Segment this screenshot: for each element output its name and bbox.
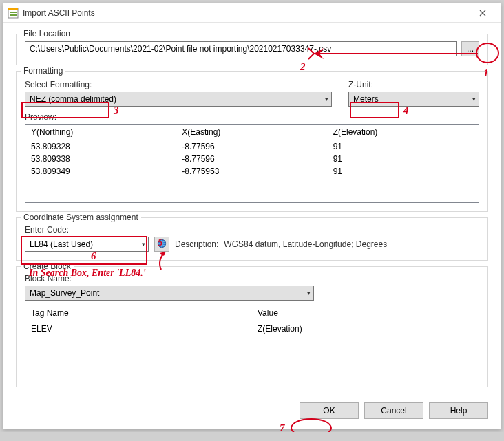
col-header-value: Value — [252, 305, 479, 321]
file-path-input[interactable] — [25, 41, 457, 56]
col-header-tagname: Tag Name — [25, 305, 252, 321]
ellipsis-icon: ... — [467, 44, 474, 54]
chevron-down-icon: ▾ — [472, 96, 476, 103]
cancel-label: Cancel — [381, 406, 406, 416]
svg-rect-2 — [10, 12, 17, 13]
description-value: WGS84 datum, Latitude-Longitude; Degrees — [224, 239, 387, 249]
col-header-northing: Y(Northing) — [25, 125, 176, 140]
group-formatting: Formatting Select Formatting: NEZ (comma… — [16, 71, 488, 212]
ok-label: OK — [323, 406, 335, 416]
table-row: ELEV Z(Elevation) — [25, 321, 479, 336]
chevron-down-icon: ▾ — [142, 241, 145, 248]
help-button[interactable]: Help — [429, 402, 488, 419]
app-icon — [8, 8, 19, 19]
cell: 53.809328 — [25, 140, 176, 153]
chevron-down-icon: ▾ — [325, 96, 328, 103]
col-header-easting: X(Easting) — [176, 125, 327, 140]
enter-code-combo[interactable]: LL84 (Last Used) ▾ — [25, 237, 149, 252]
table-row: 53.809328 -8.77596 91 — [25, 140, 479, 153]
browse-button[interactable]: ... — [461, 41, 479, 56]
svg-rect-1 — [8, 8, 18, 10]
block-name-combo[interactable]: Map_Survey_Point ▾ — [25, 286, 314, 301]
preview-table: Y(Northing) X(Easting) Z(Elevation) 53.8… — [25, 124, 479, 203]
block-name-value: Map_Survey_Point — [30, 288, 99, 298]
cell: -8.77596 — [176, 140, 327, 153]
cell: 91 — [328, 140, 479, 153]
titlebar: Import ASCII Points — [3, 3, 501, 23]
group-label-file-location: File Location — [21, 29, 73, 39]
zunit-value: Meters — [353, 94, 379, 104]
cell: 53.809338 — [25, 153, 176, 165]
group-coordinate-system: Coordinate System assignment Enter Code:… — [16, 217, 488, 261]
col-header-elevation: Z(Elevation) — [328, 125, 479, 140]
table-header: Tag Name Value — [25, 305, 479, 321]
preview-label: Preview: — [25, 112, 479, 122]
dialog-window: Import ASCII Points File Location ... Fo… — [3, 3, 501, 429]
globe-icon — [157, 239, 167, 250]
table-header: Y(Northing) X(Easting) Z(Elevation) — [25, 125, 479, 140]
cell: -8.775953 — [176, 165, 327, 178]
globe-button[interactable] — [154, 237, 169, 252]
description-label: Description: — [175, 239, 218, 249]
cell: Z(Elevation) — [252, 321, 479, 336]
enter-code-label: Enter Code: — [25, 225, 479, 235]
enter-code-value: LL84 (Last Used) — [30, 239, 93, 249]
group-label-formatting: Formatting — [21, 66, 65, 76]
group-label-block: Create Block — [21, 261, 74, 271]
window-title: Import ASCII Points — [23, 8, 95, 18]
chevron-down-icon: ▾ — [307, 290, 311, 297]
cell: ELEV — [25, 321, 252, 336]
group-create-block: Create Block Block Name: Map_Survey_Poin… — [16, 266, 488, 387]
svg-rect-3 — [10, 14, 17, 16]
select-formatting-label: Select Formatting: — [25, 80, 332, 89]
zunit-combo[interactable]: Meters ▾ — [348, 92, 479, 107]
group-file-location: File Location ... — [16, 34, 488, 65]
ok-button[interactable]: OK — [300, 402, 359, 419]
select-formatting-combo[interactable]: NEZ (comma delimited) ▾ — [25, 92, 332, 107]
cell: -8.77596 — [176, 153, 327, 165]
table-row: 53.809338 -8.77596 91 — [25, 153, 479, 165]
zunit-label: Z-Unit: — [348, 80, 479, 89]
help-label: Help — [450, 406, 468, 416]
cancel-button[interactable]: Cancel — [364, 402, 423, 419]
select-formatting-value: NEZ (comma delimited) — [30, 94, 116, 104]
cell: 53.809349 — [25, 165, 176, 178]
block-name-label: Block Name: — [25, 274, 479, 283]
cell: 91 — [328, 165, 479, 178]
cell: 91 — [328, 153, 479, 165]
dialog-footer: OK Cancel Help — [3, 396, 501, 429]
tag-table: Tag Name Value ELEV Z(Elevation) — [25, 305, 479, 378]
table-row: 53.809349 -8.775953 91 — [25, 165, 479, 178]
close-button[interactable] — [469, 5, 496, 21]
group-label-cs: Coordinate System assignment — [21, 213, 141, 222]
